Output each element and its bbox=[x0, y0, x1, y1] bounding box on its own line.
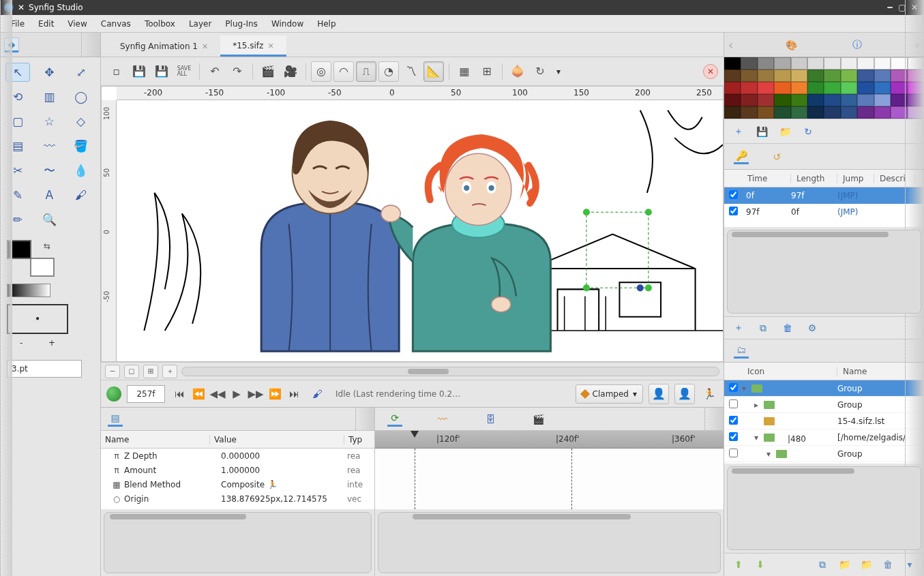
doc-tab[interactable]: Synfig Animation 1✕ bbox=[108, 36, 220, 57]
play-last-button[interactable]: ⏭ bbox=[285, 385, 303, 403]
background-color-well[interactable] bbox=[30, 258, 55, 277]
palette-swatch[interactable] bbox=[824, 106, 840, 119]
menu-help[interactable]: Help bbox=[310, 17, 342, 31]
doc-tab[interactable]: *15.sifz✕ bbox=[220, 35, 286, 57]
m4-button[interactable]: ◔ bbox=[378, 61, 399, 82]
layer-del-button[interactable]: 🗑 bbox=[880, 557, 895, 572]
toolbar-more-button[interactable]: ▾ bbox=[556, 67, 561, 76]
snap-button[interactable]: ⊞ bbox=[477, 61, 497, 82]
keyframe-enable-checkbox[interactable] bbox=[729, 207, 738, 215]
palette-swatch[interactable] bbox=[758, 82, 774, 94]
layer-visible-checkbox[interactable] bbox=[729, 383, 738, 392]
curve-button[interactable]: 〽 bbox=[401, 61, 421, 82]
palette-swatch[interactable] bbox=[874, 94, 891, 106]
palette-swatch[interactable] bbox=[741, 57, 757, 70]
color-palette[interactable] bbox=[724, 57, 924, 119]
tl-tab-time-icon[interactable]: ⟳ bbox=[387, 412, 402, 427]
current-frame-input[interactable] bbox=[127, 385, 165, 403]
refresh-palette-button[interactable]: ↻ bbox=[801, 124, 816, 139]
play-prev-kf-button[interactable]: ⏪ bbox=[190, 385, 207, 403]
kf-del-button[interactable]: 🗑 bbox=[780, 320, 795, 335]
interpolation-dropdown[interactable]: Clamped ▾ bbox=[576, 384, 643, 404]
palette-swatch[interactable] bbox=[874, 57, 891, 70]
refresh-button[interactable]: ↻ bbox=[530, 61, 550, 82]
palette-swatch[interactable] bbox=[857, 94, 874, 106]
keyframes-h-scrollbar[interactable] bbox=[727, 230, 921, 314]
dock-handle-icon[interactable] bbox=[81, 33, 100, 57]
palette-swatch[interactable] bbox=[841, 70, 857, 82]
dock-handle-icon[interactable] bbox=[905, 33, 924, 57]
palette-swatch[interactable] bbox=[724, 106, 741, 119]
menu-layer[interactable]: Layer bbox=[182, 17, 218, 31]
m2-button[interactable]: ◠ bbox=[333, 61, 354, 82]
palette-swatch[interactable] bbox=[841, 94, 857, 106]
palette-swatch[interactable] bbox=[758, 57, 774, 70]
layer-new-button[interactable]: 📁 bbox=[837, 557, 852, 572]
kf-add-button[interactable]: ＋ bbox=[731, 320, 746, 335]
params-tab-icon[interactable]: ▤ bbox=[108, 412, 123, 427]
dock-handle-icon[interactable] bbox=[905, 144, 924, 169]
preview-button[interactable]: 🎥 bbox=[280, 61, 301, 82]
redo-button[interactable]: ↷ bbox=[227, 61, 248, 82]
nav-back-button[interactable]: ‹ bbox=[728, 37, 733, 52]
palette-swatch[interactable] bbox=[791, 106, 807, 119]
palette-swatch[interactable] bbox=[758, 70, 774, 82]
gradient-well[interactable] bbox=[7, 284, 50, 297]
brush-size-input[interactable]: 3.pt bbox=[7, 360, 82, 378]
grid-button[interactable]: ▦ bbox=[454, 61, 475, 82]
tab-close-icon[interactable]: ✕ bbox=[267, 42, 273, 50]
tool-eyedrop[interactable]: 💧 bbox=[69, 161, 93, 180]
palette-swatch[interactable] bbox=[791, 94, 807, 106]
undo-button[interactable]: ↶ bbox=[205, 61, 225, 82]
layers-tab-icon[interactable]: 🗂 bbox=[734, 344, 749, 359]
palette-swatch[interactable] bbox=[824, 57, 840, 70]
keyframe-row[interactable]: 97f0f(JMP) bbox=[724, 204, 924, 220]
layer-dup-button[interactable]: 📁 bbox=[859, 557, 874, 572]
palette-swatch[interactable] bbox=[741, 94, 757, 106]
tool-polygon[interactable]: ◇ bbox=[69, 112, 93, 131]
tool-star[interactable]: ☆ bbox=[37, 112, 61, 131]
palette-swatch[interactable] bbox=[758, 106, 774, 119]
tool-fill[interactable]: 🪣 bbox=[69, 136, 93, 155]
minimize-button[interactable]: ━ bbox=[884, 2, 895, 13]
save-all-button[interactable]: SAVE ALL bbox=[174, 61, 194, 82]
layers-h-scrollbar[interactable] bbox=[727, 466, 921, 550]
brush-preview[interactable]: • bbox=[7, 304, 68, 334]
palette-swatch[interactable] bbox=[774, 106, 790, 119]
palette-swatch[interactable] bbox=[841, 106, 857, 119]
palette-swatch[interactable] bbox=[741, 70, 757, 82]
dock-handle-icon[interactable] bbox=[0, 0, 12, 576]
palette-swatch[interactable] bbox=[724, 57, 741, 70]
new-button[interactable]: ▫ bbox=[106, 61, 127, 82]
brush-plus-button[interactable]: + bbox=[48, 338, 55, 348]
palette-swatch[interactable] bbox=[741, 82, 757, 94]
palette-swatch[interactable] bbox=[807, 94, 824, 106]
tool-text[interactable]: A bbox=[37, 185, 61, 204]
tool-zoom[interactable]: 🔍 bbox=[37, 210, 61, 229]
tool-smooth-move[interactable]: ✥ bbox=[37, 63, 61, 82]
play-next-kf-button[interactable]: ⏩ bbox=[266, 385, 284, 403]
palette-swatch[interactable] bbox=[824, 82, 840, 94]
layer-visible-checkbox[interactable] bbox=[729, 449, 738, 457]
timeline-ruler[interactable]: |120f'|240f'|360f'|480 bbox=[375, 431, 724, 449]
palette-swatch[interactable] bbox=[791, 82, 807, 94]
play-prev-button[interactable]: ◀◀ bbox=[209, 385, 226, 403]
palette-swatch[interactable] bbox=[774, 82, 790, 94]
layer-visible-checkbox[interactable] bbox=[729, 432, 738, 441]
palette-swatch[interactable] bbox=[774, 94, 790, 106]
palette-swatch[interactable] bbox=[857, 57, 874, 70]
open-palette-button[interactable]: 📁 bbox=[777, 124, 792, 139]
m1-button[interactable]: ◎ bbox=[311, 61, 331, 82]
zoom-grid-button[interactable]: ⊞ bbox=[143, 365, 158, 378]
palette-swatch[interactable] bbox=[724, 82, 741, 94]
palette-swatch[interactable] bbox=[841, 82, 857, 94]
palette-swatch[interactable] bbox=[857, 70, 874, 82]
palette-swatch[interactable] bbox=[807, 57, 824, 70]
save-as-button[interactable]: 💾 bbox=[151, 61, 172, 82]
palette-swatch[interactable] bbox=[874, 82, 891, 94]
tl-tab-render-icon[interactable]: 🎬 bbox=[531, 412, 546, 427]
palette-swatch[interactable] bbox=[841, 57, 857, 70]
menu-edit[interactable]: Edit bbox=[31, 17, 61, 31]
palette-swatch[interactable] bbox=[807, 82, 824, 94]
menu-canvas[interactable]: Canvas bbox=[94, 17, 138, 31]
